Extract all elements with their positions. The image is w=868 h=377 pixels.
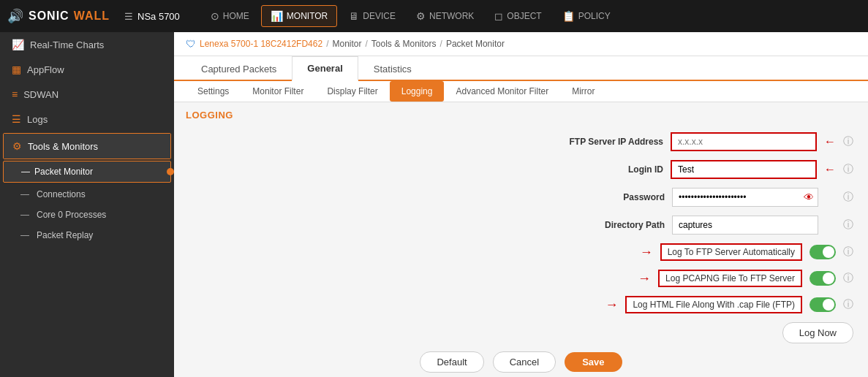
login-arrow: ←	[824, 163, 836, 176]
top-nav: 🔊 SONICWALL ☰ NSa 5700 ⊙ HOME 📊 MONITOR …	[0, 0, 868, 32]
sidebar-item-tools-wrapper: ⚙ Tools & Monitors	[3, 133, 171, 159]
tab-display-filter[interactable]: Display Filter	[315, 81, 389, 102]
brand-wall: WALL	[74, 9, 110, 23]
tools-icon: ⚙	[12, 140, 22, 152]
tab-mirror[interactable]: Mirror	[560, 81, 606, 102]
password-row: Password 👁 ⓘ ⓘ	[189, 188, 853, 207]
tabs-row2: Settings Monitor Filter Display Filter L…	[174, 81, 868, 102]
brand-sonic: SONIC	[29, 9, 69, 23]
brand-icon: 🔊	[7, 8, 24, 24]
home-icon: ⊙	[211, 10, 219, 22]
sub-dash-1: —	[21, 167, 30, 177]
password-wrapper: 👁	[672, 188, 818, 207]
nav-monitor[interactable]: 📊 MONITOR	[261, 5, 337, 27]
sidebar-sub-packet-replay[interactable]: — Packet Replay	[0, 225, 174, 245]
breadcrumb-device-link[interactable]: Lenexa 5700-1 18C2412FD462	[200, 39, 322, 49]
content-area: 🛡 Lenexa 5700-1 18C2412FD462 / Monitor /…	[174, 32, 868, 377]
ftp-info-icon[interactable]: ⓘ	[843, 135, 853, 148]
directory-path-label: Directory Path	[518, 220, 665, 230]
hamburger-icon: ☰	[124, 11, 133, 22]
main-layout: 📈 Real-Time Charts ▦ AppFlow ≡ SDWAN ☰ L…	[0, 32, 868, 377]
sub-dash-2: —	[20, 189, 29, 199]
policy-icon: 📋	[562, 10, 575, 22]
login-id-row: Login ID ← ⓘ	[189, 160, 853, 179]
log-ftp-label: Log To FTP Server Automatically	[660, 243, 802, 261]
ftp-server-label: FTP Server IP Address	[517, 137, 663, 147]
realtime-icon: 📈	[12, 39, 24, 50]
log-ftp-arrow: →	[640, 245, 653, 260]
directory-path-input[interactable]	[672, 216, 818, 235]
sidebar-item-logs[interactable]: ☰ Logs	[0, 107, 174, 132]
tab-captured-packets[interactable]: Captured Packets	[186, 57, 292, 81]
sidebar-sub-packet-monitor[interactable]: — Packet Monitor	[3, 161, 171, 183]
sdwan-icon: ≡	[12, 88, 18, 100]
default-button[interactable]: Default	[420, 351, 483, 373]
log-now-row: Log Now	[189, 322, 853, 343]
sidebar-item-tools[interactable]: ⚙ Tools & Monitors	[4, 134, 170, 159]
logs-icon: ☰	[12, 113, 21, 125]
breadcrumb-monitor: Monitor	[332, 39, 361, 49]
pw-info-icon[interactable]: ⓘ	[843, 191, 853, 204]
orange-dot	[167, 168, 174, 175]
log-pcap-row: → Log PCAPNG File To FTP Server ⓘ	[189, 270, 853, 287]
button-row: Default Cancel Save	[174, 346, 868, 377]
breadcrumb-packet-monitor: Packet Monitor	[446, 39, 505, 49]
tab-advanced-monitor-filter[interactable]: Advanced Monitor Filter	[444, 81, 560, 102]
tabs-row1: Captured Packets General Statistics	[174, 56, 868, 81]
log-pcap-info[interactable]: ⓘ	[843, 272, 853, 285]
appflow-icon: ▦	[12, 64, 21, 75]
save-button[interactable]: Save	[565, 352, 622, 372]
login-id-input[interactable]	[671, 160, 817, 179]
device-name: ☰ NSa 5700	[124, 11, 180, 22]
breadcrumb: 🛡 Lenexa 5700-1 18C2412FD462 / Monitor /…	[174, 32, 868, 56]
log-pcap-arrow: →	[638, 271, 651, 286]
nav-network[interactable]: ⚙ NETWORK	[407, 6, 483, 26]
log-pcap-toggle[interactable]	[809, 271, 836, 286]
login-id-label: Login ID	[517, 164, 663, 175]
nav-policy[interactable]: 📋 POLICY	[554, 6, 619, 26]
sidebar-item-sdwan[interactable]: ≡ SDWAN	[0, 82, 174, 107]
password-label: Password	[518, 192, 665, 202]
sub-dash-3: —	[20, 210, 29, 220]
eye-icon[interactable]: 👁	[804, 191, 814, 203]
log-html-row: → Log HTML File Along With .cap File (FT…	[189, 296, 853, 313]
network-icon: ⚙	[416, 10, 426, 22]
cancel-button[interactable]: Cancel	[493, 351, 556, 373]
nav-home[interactable]: ⊙ HOME	[202, 6, 258, 26]
log-ftp-info[interactable]: ⓘ	[843, 245, 853, 259]
log-pcap-toggle-wrapper	[809, 271, 836, 286]
monitor-icon: 📊	[271, 10, 283, 22]
ftp-server-input[interactable]	[671, 132, 817, 151]
log-now-button[interactable]: Log Now	[782, 322, 853, 343]
ftp-arrow: ←	[824, 135, 836, 148]
sidebar-item-appflow[interactable]: ▦ AppFlow	[0, 57, 174, 82]
tab-monitor-filter[interactable]: Monitor Filter	[241, 81, 315, 102]
log-html-info[interactable]: ⓘ	[843, 298, 853, 311]
log-pcap-label: Log PCAPNG File To FTP Server	[658, 270, 802, 287]
password-input[interactable]	[672, 188, 818, 207]
shield-icon: 🛡	[186, 38, 196, 50]
form-area: FTP Server IP Address ← ⓘ Login ID ← ⓘ P…	[174, 125, 868, 346]
log-ftp-toggle[interactable]	[809, 245, 836, 259]
tab-settings[interactable]: Settings	[186, 81, 241, 102]
tab-logging[interactable]: Logging	[390, 81, 445, 102]
object-icon: ◻	[494, 10, 503, 22]
ftp-server-row: FTP Server IP Address ← ⓘ	[189, 132, 853, 151]
sidebar: 📈 Real-Time Charts ▦ AppFlow ≡ SDWAN ☰ L…	[0, 32, 174, 377]
log-html-toggle-wrapper	[809, 297, 836, 312]
sidebar-sub-core0[interactable]: — Core 0 Processes	[0, 205, 174, 225]
tab-statistics[interactable]: Statistics	[358, 57, 427, 81]
login-info-icon[interactable]: ⓘ	[843, 163, 853, 176]
sub-dash-4: —	[20, 230, 29, 240]
dir-info-icon[interactable]: ⓘ	[843, 218, 853, 232]
brand-logo: 🔊 SONICWALL	[7, 8, 110, 24]
sidebar-sub-connections[interactable]: — Connections	[0, 184, 174, 205]
breadcrumb-tools: Tools & Monitors	[371, 39, 437, 49]
tab-general[interactable]: General	[292, 56, 358, 81]
nav-object[interactable]: ◻ OBJECT	[486, 6, 550, 26]
section-title: LOGGING	[174, 102, 868, 125]
nav-device[interactable]: 🖥 DEVICE	[340, 6, 404, 26]
sidebar-item-realtime[interactable]: 📈 Real-Time Charts	[0, 32, 174, 57]
log-html-toggle[interactable]	[809, 297, 836, 312]
directory-path-row: Directory Path ← ⓘ	[189, 216, 853, 235]
